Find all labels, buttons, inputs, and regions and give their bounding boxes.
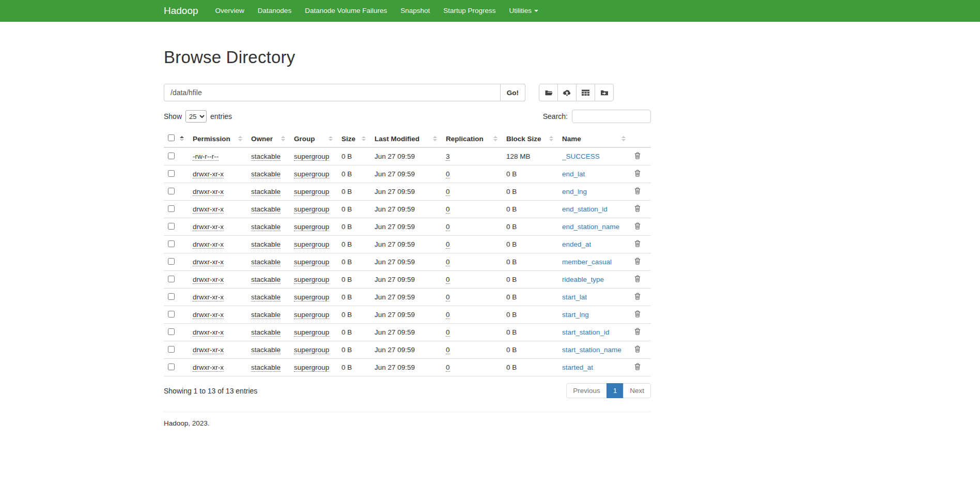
- permission-value[interactable]: drwxr-xr-x: [193, 188, 224, 196]
- move-folder-button[interactable]: [595, 84, 614, 101]
- row-checkbox[interactable]: [168, 223, 175, 230]
- nav-item[interactable]: Datanode Volume Failures: [298, 0, 394, 21]
- permission-value[interactable]: -rw-r--r--: [193, 153, 219, 161]
- nav-item[interactable]: Startup Progress: [437, 0, 502, 21]
- select-all-checkbox[interactable]: [168, 134, 175, 141]
- owner-value[interactable]: stackable: [251, 293, 281, 301]
- group-value[interactable]: supergroup: [294, 293, 329, 301]
- owner-value[interactable]: stackable: [251, 205, 281, 214]
- file-link[interactable]: member_casual: [562, 258, 612, 266]
- owner-value[interactable]: stackable: [251, 328, 281, 337]
- row-checkbox[interactable]: [168, 311, 175, 317]
- row-checkbox[interactable]: [168, 346, 175, 353]
- replication-value[interactable]: 0: [446, 240, 450, 249]
- create-directory-button[interactable]: [539, 84, 558, 101]
- group-value[interactable]: supergroup: [294, 188, 329, 196]
- col-header-block-size[interactable]: Block Size: [502, 130, 558, 147]
- owner-value[interactable]: stackable: [251, 170, 281, 178]
- group-value[interactable]: supergroup: [294, 240, 329, 249]
- replication-value[interactable]: 3: [446, 153, 450, 161]
- owner-value[interactable]: stackable: [251, 188, 281, 196]
- delete-file-button[interactable]: [634, 328, 641, 335]
- delete-file-button[interactable]: [634, 293, 641, 300]
- permission-value[interactable]: drwxr-xr-x: [193, 258, 224, 266]
- file-link[interactable]: start_lng: [562, 311, 589, 319]
- group-value[interactable]: supergroup: [294, 258, 329, 266]
- replication-value[interactable]: 0: [446, 205, 450, 214]
- file-link[interactable]: end_station_id: [562, 205, 608, 213]
- group-value[interactable]: supergroup: [294, 346, 329, 354]
- owner-value[interactable]: stackable: [251, 276, 281, 284]
- permission-value[interactable]: drwxr-xr-x: [193, 364, 224, 372]
- file-link[interactable]: start_lat: [562, 293, 587, 301]
- delete-file-button[interactable]: [634, 170, 641, 177]
- row-checkbox[interactable]: [168, 293, 175, 300]
- nav-item-utilities[interactable]: Utilities: [503, 0, 546, 22]
- row-checkbox[interactable]: [168, 240, 175, 247]
- nav-item[interactable]: Overview: [209, 0, 251, 21]
- owner-value[interactable]: stackable: [251, 240, 281, 249]
- permission-value[interactable]: drwxr-xr-x: [193, 311, 224, 319]
- permission-value[interactable]: drwxr-xr-x: [193, 240, 224, 249]
- replication-value[interactable]: 0: [446, 170, 450, 178]
- col-header-replication[interactable]: Replication: [442, 130, 502, 147]
- replication-value[interactable]: 0: [446, 311, 450, 319]
- file-link[interactable]: rideable_type: [562, 276, 604, 283]
- owner-value[interactable]: stackable: [251, 153, 281, 161]
- row-checkbox[interactable]: [168, 258, 175, 265]
- permission-value[interactable]: drwxr-xr-x: [193, 170, 224, 178]
- file-link[interactable]: start_station_name: [562, 346, 621, 354]
- nav-item[interactable]: Snapshot: [394, 0, 437, 21]
- col-header-size[interactable]: Size: [337, 130, 370, 147]
- row-checkbox[interactable]: [168, 188, 175, 194]
- table-view-button[interactable]: [576, 84, 595, 101]
- delete-file-button[interactable]: [634, 240, 641, 247]
- replication-value[interactable]: 0: [446, 223, 450, 231]
- permission-value[interactable]: drwxr-xr-x: [193, 328, 224, 337]
- owner-value[interactable]: stackable: [251, 364, 281, 372]
- row-checkbox[interactable]: [168, 364, 175, 370]
- owner-value[interactable]: stackable: [251, 346, 281, 354]
- row-checkbox[interactable]: [168, 153, 175, 159]
- file-link[interactable]: end_station_name: [562, 223, 619, 231]
- group-value[interactable]: supergroup: [294, 170, 329, 178]
- row-checkbox[interactable]: [168, 205, 175, 212]
- upload-files-button[interactable]: [557, 84, 577, 101]
- replication-value[interactable]: 0: [446, 293, 450, 301]
- owner-value[interactable]: stackable: [251, 311, 281, 319]
- file-link[interactable]: started_at: [562, 364, 593, 371]
- path-input[interactable]: [164, 84, 501, 101]
- pagination-next[interactable]: Next: [623, 383, 651, 398]
- file-link[interactable]: ended_at: [562, 240, 591, 248]
- group-value[interactable]: supergroup: [294, 311, 329, 319]
- delete-file-button[interactable]: [634, 363, 641, 370]
- owner-value[interactable]: stackable: [251, 223, 281, 231]
- file-link[interactable]: start_station_id: [562, 328, 610, 336]
- permission-value[interactable]: drwxr-xr-x: [193, 293, 224, 301]
- replication-value[interactable]: 0: [446, 364, 450, 372]
- file-link[interactable]: end_lat: [562, 170, 585, 178]
- delete-file-button[interactable]: [634, 152, 641, 159]
- group-value[interactable]: supergroup: [294, 223, 329, 231]
- delete-file-button[interactable]: [634, 187, 641, 194]
- col-header-select-all[interactable]: [164, 130, 189, 147]
- owner-value[interactable]: stackable: [251, 258, 281, 266]
- permission-value[interactable]: drwxr-xr-x: [193, 223, 224, 231]
- group-value[interactable]: supergroup: [294, 276, 329, 284]
- row-checkbox[interactable]: [168, 170, 175, 177]
- col-header-group[interactable]: Group: [290, 130, 337, 147]
- col-header-last-modified[interactable]: Last Modified: [370, 130, 442, 147]
- delete-file-button[interactable]: [634, 222, 641, 230]
- permission-value[interactable]: drwxr-xr-x: [193, 276, 224, 284]
- group-value[interactable]: supergroup: [294, 328, 329, 337]
- pagination-previous[interactable]: Previous: [566, 383, 607, 398]
- permission-value[interactable]: drwxr-xr-x: [193, 205, 224, 214]
- replication-value[interactable]: 0: [446, 258, 450, 266]
- replication-value[interactable]: 0: [446, 346, 450, 354]
- permission-value[interactable]: drwxr-xr-x: [193, 346, 224, 354]
- group-value[interactable]: supergroup: [294, 205, 329, 214]
- col-header-name[interactable]: Name: [558, 130, 630, 147]
- replication-value[interactable]: 0: [446, 328, 450, 337]
- pagination-page-1[interactable]: 1: [606, 383, 624, 398]
- col-header-permission[interactable]: Permission: [189, 130, 247, 147]
